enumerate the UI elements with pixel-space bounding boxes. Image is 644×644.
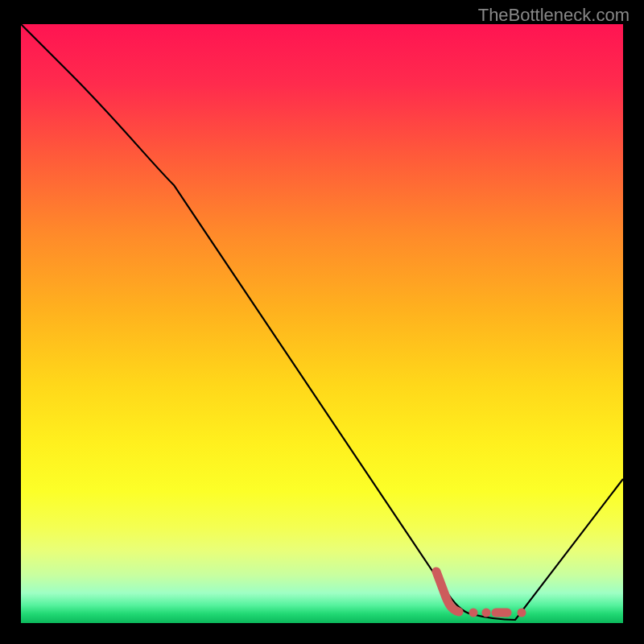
watermark-text: TheBottleneck.com	[478, 5, 630, 26]
chart-svg	[21, 24, 623, 623]
plot-area	[21, 24, 623, 623]
bottleneck-curve-line	[21, 24, 623, 620]
optimal-marker-dot	[518, 609, 526, 617]
optimal-marker-dot	[482, 609, 491, 617]
optimal-marker-line	[436, 572, 459, 612]
optimal-marker-dot	[469, 609, 478, 617]
